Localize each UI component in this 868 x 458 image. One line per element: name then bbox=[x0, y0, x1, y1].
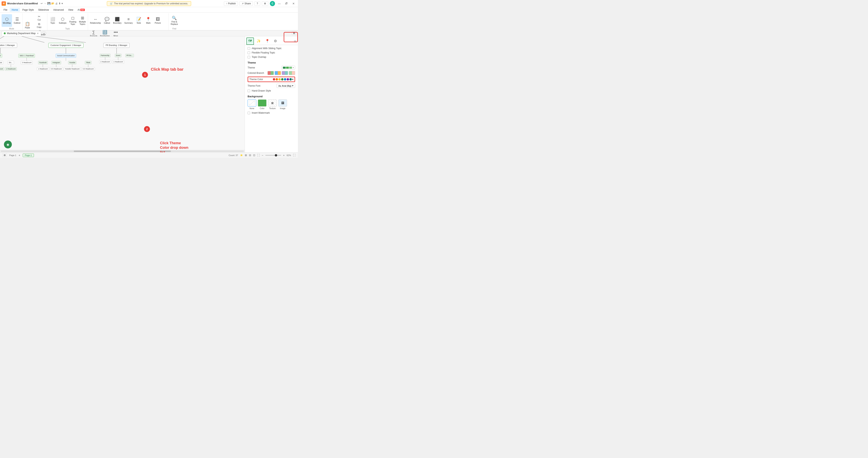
bg-image[interactable]: 🖼 Image bbox=[278, 99, 287, 110]
paste-btn[interactable]: 📋 Paste bbox=[24, 19, 31, 32]
boundary-btn[interactable]: ⬛ Boundary bbox=[112, 14, 123, 27]
mark-btn[interactable]: 📍 Mark bbox=[144, 14, 153, 27]
menu-page-style[interactable]: Page Style bbox=[20, 8, 36, 12]
relationship-btn[interactable]: ↔ Relationship bbox=[89, 14, 102, 27]
page-tab-1[interactable]: Page-1 bbox=[23, 154, 34, 157]
zoom-thumb[interactable] bbox=[275, 154, 277, 156]
help-fab[interactable]: ◉ bbox=[4, 141, 12, 148]
close-btn[interactable]: ✕ bbox=[291, 1, 296, 6]
bg-none[interactable]: None bbox=[248, 99, 256, 110]
subtopic-btn[interactable]: ⬡ Subtopic bbox=[58, 14, 68, 27]
outliner-btn[interactable]: ☰ Outliner bbox=[12, 14, 22, 27]
partnership-leaf[interactable]: Partnership bbox=[100, 54, 111, 57]
zoom-out-btn[interactable]: − bbox=[262, 154, 264, 157]
etc-ads[interactable]: Etc... bbox=[8, 61, 14, 64]
topic-btn[interactable]: ⬜ Topic bbox=[48, 14, 57, 27]
event-leaf[interactable]: Event bbox=[115, 54, 122, 57]
tc-green[interactable] bbox=[281, 78, 283, 81]
summary-btn[interactable]: ≡ Summary bbox=[123, 14, 134, 27]
acq-label[interactable]: Customer Acquisition: 1 Manager bbox=[0, 43, 17, 48]
redo-btn[interactable]: ↪ bbox=[44, 2, 46, 5]
print-btn[interactable]: 🖨 bbox=[55, 2, 58, 5]
social-leaf[interactable]: Social Communication bbox=[56, 54, 76, 58]
hscrollbar[interactable] bbox=[0, 150, 245, 152]
tc-red[interactable] bbox=[273, 78, 275, 81]
eng-label[interactable]: Customer Engagement: 1 Manager bbox=[48, 43, 84, 48]
help-btn[interactable]: ? bbox=[254, 1, 260, 6]
callout-btn[interactable]: 💬 Callout bbox=[102, 14, 112, 27]
part-hc[interactable]: 1 Headcount bbox=[99, 60, 111, 64]
fit-btn[interactable]: ⊡ bbox=[253, 154, 255, 157]
doc-tab[interactable]: Marketing Department Map ✕ bbox=[2, 31, 41, 36]
overlap-checkbox[interactable] bbox=[248, 56, 250, 58]
minimize-btn[interactable]: — bbox=[277, 1, 282, 6]
tt-hc[interactable]: 1 Headcount bbox=[0, 67, 4, 71]
tt-ads[interactable]: Tiktok Ads bbox=[0, 61, 3, 64]
watermark-checkbox[interactable] bbox=[248, 112, 250, 114]
view-outline-btn[interactable]: ⊞ bbox=[245, 154, 247, 157]
rp-tab-settings[interactable]: ⚙ bbox=[272, 37, 279, 45]
note-btn[interactable]: 📝 Note bbox=[134, 14, 144, 27]
alignment-checkbox[interactable] bbox=[248, 47, 250, 50]
facebook-node[interactable]: Facebook bbox=[38, 61, 48, 64]
zoom-in-btn[interactable]: + bbox=[283, 154, 285, 157]
tc-dd-arrow[interactable]: ▾ bbox=[292, 78, 293, 81]
open-btn[interactable]: 📂 bbox=[51, 2, 55, 5]
rp-tab-map[interactable]: 🗺 bbox=[246, 37, 254, 45]
restore-btn[interactable]: 🗗 bbox=[284, 1, 289, 6]
tc-orange[interactable] bbox=[276, 78, 278, 81]
view-column-btn[interactable]: ⊟ bbox=[249, 154, 251, 157]
pr-label[interactable]: PR Branding: 1 Manager bbox=[103, 43, 129, 48]
mindmap-btn[interactable]: ⬡ MindMap bbox=[2, 14, 12, 27]
rp-tab-clip[interactable]: 📍 bbox=[264, 37, 271, 45]
expand-btn[interactable]: ⛶ bbox=[293, 154, 296, 157]
bg-texture[interactable]: ⊞ Texture bbox=[268, 99, 277, 110]
rp-tab-ai[interactable]: ✨ bbox=[255, 37, 262, 45]
fb-hc2[interactable]: 1 Headcount bbox=[37, 67, 49, 71]
theme-dropdown[interactable]: ▾ bbox=[281, 66, 295, 69]
tk-hc[interactable]: 0.5 Headcount bbox=[82, 67, 95, 71]
tiktok-node[interactable]: Tiktok bbox=[85, 61, 92, 64]
tc-teal[interactable] bbox=[289, 78, 292, 81]
share-btn[interactable]: ↗ Share bbox=[240, 1, 253, 6]
sidebar-toggle-btn[interactable]: ⊟ bbox=[2, 153, 7, 157]
instagram-node[interactable]: Instagram bbox=[51, 61, 61, 64]
zoom-slider[interactable] bbox=[265, 155, 281, 156]
picture-btn[interactable]: 🖼 Picture bbox=[153, 14, 162, 27]
theme-color-picker[interactable]: ▾ bbox=[273, 78, 293, 81]
undo-btn[interactable]: ↩ bbox=[41, 2, 43, 5]
canvas-area[interactable]: Marketing Department Creative: 1 Manager bbox=[0, 36, 245, 152]
cb-swatch-1[interactable] bbox=[268, 71, 274, 75]
ig-hc[interactable]: 0.5 Headcount bbox=[50, 67, 63, 71]
flexible-checkbox[interactable] bbox=[248, 52, 250, 54]
menu-advanced[interactable]: Advanced bbox=[51, 8, 66, 12]
find-replace-btn[interactable]: 🔍 Find &Replace bbox=[169, 14, 179, 27]
collapse-panel-btn[interactable]: ⊟ bbox=[292, 31, 296, 35]
copy-btn[interactable]: ⧉ Copy bbox=[32, 22, 46, 29]
menu-ai[interactable]: AI Hot bbox=[75, 8, 87, 12]
event-hc[interactable]: 1 Headcount bbox=[112, 60, 124, 64]
advertising-leaf[interactable]: Advertising: 1 Teamlead bbox=[0, 54, 2, 58]
publish-btn[interactable]: ↑ Publish bbox=[224, 1, 238, 6]
save-btn[interactable]: 💾 bbox=[48, 2, 51, 5]
menu-home[interactable]: Home bbox=[10, 8, 20, 12]
cb-swatch-2[interactable] bbox=[275, 71, 281, 75]
bg-color[interactable]: Color bbox=[258, 99, 267, 110]
add-tab-btn[interactable]: + bbox=[42, 31, 46, 35]
etc-hc[interactable]: 1 Headcount bbox=[5, 67, 17, 71]
font-dropdown[interactable]: Aa Arial (Big) ▾ bbox=[277, 84, 295, 88]
menu-file[interactable]: File bbox=[2, 8, 9, 12]
tc-yellow[interactable] bbox=[278, 78, 281, 81]
cb-swatch-3[interactable] bbox=[282, 71, 288, 75]
cb-swatch-4[interactable] bbox=[289, 71, 295, 75]
menu-view[interactable]: View bbox=[66, 8, 75, 12]
more-menu-btn[interactable]: ▾ bbox=[62, 2, 63, 5]
hscroll-thumb[interactable] bbox=[74, 151, 171, 152]
seo-headcount[interactable]: 3 Headcount bbox=[21, 61, 33, 64]
youtube-node[interactable]: Youtube bbox=[68, 61, 76, 64]
export-btn[interactable]: ⬇ bbox=[59, 2, 61, 5]
tc-purple[interactable] bbox=[287, 78, 289, 81]
tc-blue[interactable] bbox=[284, 78, 286, 81]
prbo-leaf[interactable]: PR Bo... bbox=[125, 54, 134, 57]
hand-drawn-checkbox[interactable] bbox=[248, 90, 250, 92]
